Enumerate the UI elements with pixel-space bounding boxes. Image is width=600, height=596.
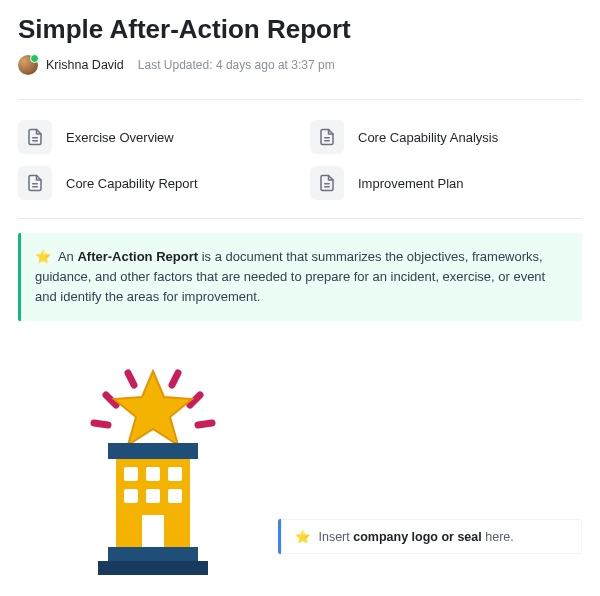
svg-rect-18 [146, 467, 160, 481]
svg-rect-19 [168, 467, 182, 481]
nav-item-analysis[interactable]: Core Capability Analysis [310, 120, 582, 154]
svg-rect-24 [108, 547, 198, 561]
document-icon [310, 166, 344, 200]
document-icon [310, 120, 344, 154]
divider [18, 99, 582, 100]
definition-callout: ⭐ An After-Action Report is a document t… [18, 233, 582, 321]
nav-item-overview[interactable]: Exercise Overview [18, 120, 290, 154]
star-icon: ⭐ [295, 530, 311, 544]
nav-label: Core Capability Report [66, 176, 198, 191]
nav-label: Core Capability Analysis [358, 130, 498, 145]
illustration-row: ⭐ Insert company logo or seal here. [18, 355, 582, 584]
nav-item-plan[interactable]: Improvement Plan [310, 166, 582, 200]
svg-marker-14 [114, 371, 192, 445]
nav-item-report[interactable]: Core Capability Report [18, 166, 290, 200]
document-icon [18, 120, 52, 154]
svg-rect-22 [168, 489, 182, 503]
svg-rect-20 [124, 489, 138, 503]
last-updated: Last Updated: 4 days ago at 3:37 pm [138, 58, 335, 72]
meta-row: Krishna David Last Updated: 4 days ago a… [18, 55, 582, 99]
building-star-illustration [58, 355, 248, 584]
star-icon: ⭐ [35, 249, 51, 264]
svg-rect-21 [146, 489, 160, 503]
logo-hint-rest: here. [482, 530, 514, 544]
callout-text-prefix: An [58, 249, 78, 264]
svg-rect-15 [108, 443, 198, 459]
nav-label: Improvement Plan [358, 176, 464, 191]
page-title: Simple After-Action Report [18, 0, 582, 55]
svg-line-12 [94, 423, 108, 425]
divider [18, 218, 582, 219]
logo-hint-prefix: Insert [318, 530, 353, 544]
author-name[interactable]: Krishna David [46, 58, 124, 72]
section-nav: Exercise Overview Core Capability Analys… [18, 114, 582, 218]
logo-hint-bold: company logo or seal [353, 530, 482, 544]
callout-text-bold: After-Action Report [77, 249, 198, 264]
svg-rect-23 [142, 515, 164, 547]
document-icon [18, 166, 52, 200]
svg-line-11 [172, 373, 178, 385]
author-avatar[interactable] [18, 55, 38, 75]
svg-line-10 [128, 373, 134, 385]
svg-rect-25 [98, 561, 208, 575]
svg-rect-17 [124, 467, 138, 481]
logo-hint-callout[interactable]: ⭐ Insert company logo or seal here. [278, 519, 582, 554]
nav-label: Exercise Overview [66, 130, 174, 145]
svg-line-13 [198, 423, 212, 425]
